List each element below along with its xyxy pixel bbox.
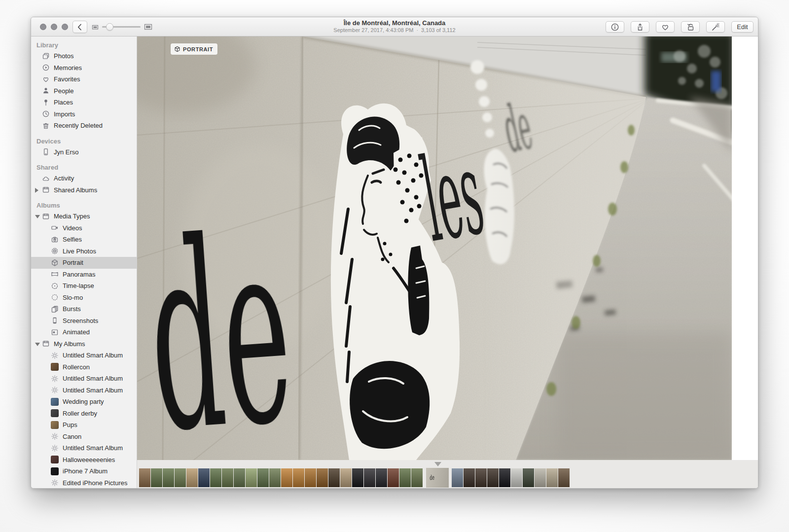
portrait-badge-label: PORTRAIT [183,46,213,52]
sidebar-item-people[interactable]: People [31,85,137,97]
sidebar-item-shared-albums[interactable]: Shared Albums [31,184,137,196]
sidebar-item-label: Rollercon [63,363,90,371]
sidebar-item-screenshots[interactable]: Screenshots [31,315,137,327]
sidebar-item-places[interactable]: Places [31,97,137,108]
filmstrip-thumbnail[interactable] [499,468,510,487]
enhance-button[interactable] [706,21,725,33]
sidebar-item-untitled-smart-album[interactable]: Untitled Smart Album [31,373,137,385]
filmstrip-thumbnail[interactable] [186,468,198,487]
sidebar-item-halloweeeeeenies[interactable]: Halloweeeeeenies [31,454,137,466]
maximize-button[interactable] [62,24,68,30]
filmstrip-thumbnail[interactable] [163,468,174,487]
filmstrip-thumbnail[interactable] [399,468,411,487]
zoom-slider-knob[interactable] [106,23,113,31]
sidebar-item-bursts[interactable]: Bursts [31,303,137,315]
filmstrip-thumbnail[interactable] [234,468,245,487]
filmstrip-thumbnail[interactable] [475,468,487,487]
filmstrip-thumbnail[interactable] [464,468,475,487]
info-icon [610,23,619,32]
filmstrip-thumbnail[interactable] [139,468,150,487]
filmstrip-thumbnail[interactable] [511,468,522,487]
sidebar-item-label: Recently Deleted [54,122,103,129]
filmstrip-thumbnail[interactable] [546,468,558,487]
zoom-slider-track[interactable] [102,26,141,28]
filmstrip-thumbnail[interactable] [198,468,210,487]
edit-button[interactable]: Edit [731,21,753,33]
filmstrip-thumbnail[interactable] [452,468,463,487]
sidebar-item-roller-derby[interactable]: Roller derby [31,408,137,420]
sidebar-item-panoramas[interactable]: Panoramas [31,269,137,281]
sidebar-item-time-lapse[interactable]: Time-lapse [31,280,137,292]
timelapse-icon [51,282,59,290]
filmstrip-thumbnail[interactable] [175,468,186,487]
sidebar-item-canon[interactable]: Canon [31,431,137,443]
minimize-button[interactable] [51,24,57,30]
sidebar-item-rollercon[interactable]: Rollercon [31,361,137,373]
filmstrip-thumbnail[interactable] [523,468,534,487]
filmstrip-thumbnail[interactable] [222,468,233,487]
sidebar-item-untitled-smart-album[interactable]: Untitled Smart Album [31,385,137,396]
sidebar-item-untitled-smart-album[interactable]: Untitled Smart Album [31,442,137,454]
filmstrip-thumbnail[interactable] [151,468,162,487]
sidebar-section-title-albums: Albums [31,201,137,211]
memories-icon [42,64,50,71]
back-button[interactable] [72,21,87,33]
filmstrip-thumbnail[interactable] [558,468,570,487]
sidebar-item-jyn-erso[interactable]: Jyn Erso [31,146,137,158]
filmstrip-thumbnail[interactable] [352,468,363,487]
sidebar-item-edited-iphone-pictures[interactable]: Edited iPhone Pictures [31,477,137,489]
close-button[interactable] [40,24,46,30]
rotate-icon [686,23,695,32]
desktop-background: Île de Montréal, Montréal, Canada Septem… [0,0,789,532]
filmstrip-thumbnail[interactable] [293,468,304,487]
photo-viewer[interactable]: de [137,36,732,460]
sidebar-item-videos[interactable]: Videos [31,222,137,234]
photos-icon [42,52,50,60]
filmstrip-thumbnail[interactable] [269,468,281,487]
sidebar-item-my-albums[interactable]: My Albums [31,338,137,350]
sidebar-item-selfies[interactable]: Selfies [31,234,137,246]
sidebar-item-imports[interactable]: Imports [31,108,137,120]
filmstrip-thumbnail[interactable] [317,468,328,487]
sidebar-item-activity[interactable]: Activity [31,173,137,184]
sidebar-item-slo-mo[interactable]: Slo-mo [31,292,137,304]
disclosure-expanded-icon[interactable] [35,343,40,346]
sidebar-item-label: iPhone 7 Album [63,467,108,475]
info-button[interactable] [606,21,624,33]
favorite-button[interactable] [656,21,675,33]
share-button[interactable] [631,21,649,33]
sidebar-item-memories[interactable]: Memories [31,62,137,74]
sidebar-item-media-types[interactable]: Media Types [31,211,137,222]
filmstrip-thumbnail[interactable] [487,468,499,487]
disclosure-expanded-icon[interactable] [35,215,40,218]
filmstrip-thumbnail[interactable] [411,468,423,487]
filmstrip-thumbnail[interactable] [364,468,375,487]
disclosure-collapsed-icon[interactable] [35,188,38,193]
filmstrip-thumbnail[interactable] [305,468,316,487]
sidebar-item-wedding-party[interactable]: Wedding party [31,396,137,408]
sidebar-item-iphone-7-album[interactable]: iPhone 7 Album [31,465,137,477]
filmstrip-thumbnail[interactable] [388,468,399,487]
sidebar-item-animated[interactable]: Animated [31,326,137,338]
filmstrip-thumbnail[interactable] [328,468,340,487]
filmstrip-thumbnail[interactable] [376,468,387,487]
sidebar-item-label: Slo-mo [63,294,83,301]
photo-canvas: de [137,36,732,460]
sidebar-item-untitled-smart-album[interactable]: Untitled Smart Album [31,350,137,361]
filmstrip-thumbnail[interactable] [281,468,292,487]
sidebar-item-live-photos[interactable]: Live Photos [31,246,137,257]
sidebar-item-favorites[interactable]: Favorites [31,73,137,85]
filmstrip-thumbnail[interactable] [340,468,352,487]
sidebar-item-pups[interactable]: Pups [31,419,137,431]
rotate-button[interactable] [681,21,700,33]
filmstrip-thumbnail-selected[interactable]: de [426,468,449,488]
sidebar-item-portrait[interactable]: Portrait [31,257,137,269]
photo-date: September 27, 2017, 4:43:08 PM [333,27,413,33]
sidebar-item-photos[interactable]: Photos [31,50,137,62]
sidebar-item-recently-deleted[interactable]: Recently Deleted [31,120,137,132]
filmstrip-thumbnail[interactable] [246,468,257,487]
filmstrip-thumbnail[interactable] [210,468,221,487]
filmstrip-thumbnail[interactable] [535,468,546,487]
filmstrip-thumbnail[interactable] [257,468,269,487]
sidebar-item-label: Wedding party [63,398,104,405]
